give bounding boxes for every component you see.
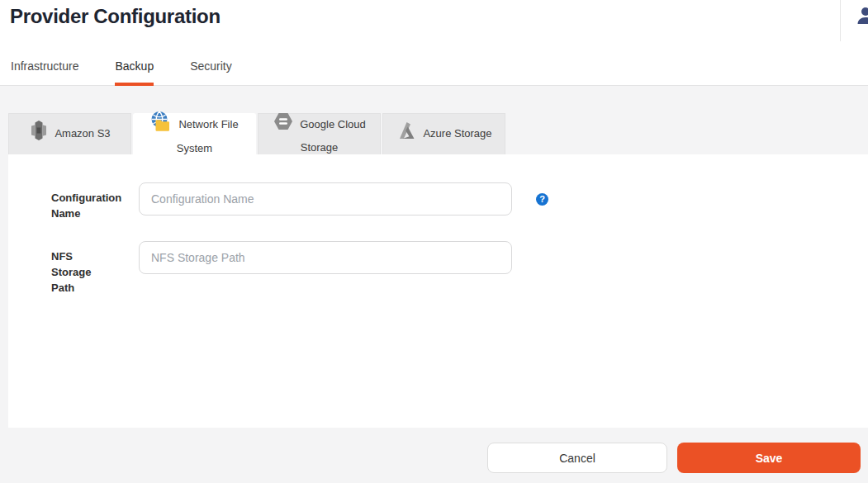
nfs-storage-path-label: NFS Storage Path xyxy=(51,241,114,296)
header-divider xyxy=(840,0,841,41)
google-cloud-storage-icon xyxy=(273,111,294,137)
network-file-system-icon xyxy=(150,111,173,138)
provider-tab-label: Amazon S3 xyxy=(55,127,110,140)
provider-tab-google-cloud-storage[interactable]: Google Cloud Storage xyxy=(258,113,381,154)
main-nav-tabs: Infrastructure Backup Security xyxy=(11,59,232,86)
tab-backup[interactable]: Backup xyxy=(115,59,154,86)
provider-tabs: Amazon S3 Network File System Google Clo xyxy=(8,113,505,154)
help-icon[interactable]: ? xyxy=(536,193,548,206)
configuration-name-label: Configuration Name xyxy=(51,182,114,221)
tab-infrastructure[interactable]: Infrastructure xyxy=(11,59,78,86)
header: Provider Configuration Infrastructure Ba… xyxy=(0,0,868,86)
provider-tab-amazon-s3[interactable]: Amazon S3 xyxy=(8,113,131,154)
amazon-s3-icon xyxy=(29,120,49,147)
provider-tab-network-file-system[interactable]: Network File System xyxy=(133,113,256,154)
provider-tab-label: Network File System xyxy=(177,117,239,154)
configuration-name-input[interactable] xyxy=(139,182,512,215)
footer-action-bar: Cancel Save xyxy=(0,428,868,483)
cancel-button[interactable]: Cancel xyxy=(487,443,667,473)
provider-tab-azure-storage[interactable]: Azure Storage xyxy=(382,113,505,154)
save-button[interactable]: Save xyxy=(677,443,861,473)
provider-form-panel: Configuration Name ? NFS Storage Path xyxy=(8,154,868,428)
user-account-icon[interactable] xyxy=(856,6,868,26)
nfs-storage-path-input[interactable] xyxy=(139,241,512,274)
provider-tab-label: Google Cloud Storage xyxy=(300,117,366,153)
configuration-name-row: Configuration Name ? xyxy=(51,154,868,221)
provider-tab-label: Azure Storage xyxy=(423,127,491,140)
nfs-storage-path-row: NFS Storage Path xyxy=(51,241,868,296)
azure-storage-icon xyxy=(396,121,417,146)
page-title: Provider Configuration xyxy=(10,5,221,28)
tab-security[interactable]: Security xyxy=(190,59,232,86)
